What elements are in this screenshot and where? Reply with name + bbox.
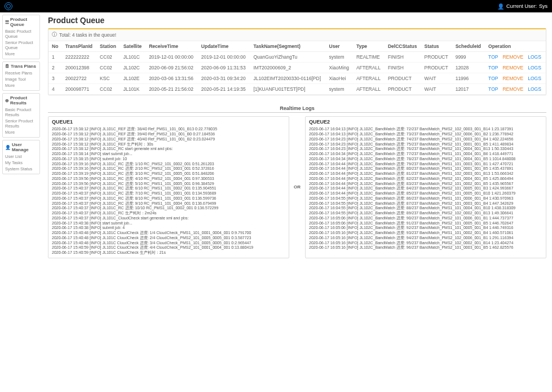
sidebar-item-senior-queue[interactable]: Senior Product Queue — [5, 39, 37, 51]
log-line: 2020-06-17 16:04:23 [INFO] JL102C_BandMa… — [309, 147, 542, 152]
sidebar-item-my-tasks[interactable]: My Tasks — [5, 160, 37, 166]
top-button[interactable]: TOP — [488, 76, 498, 81]
table-header: TaskName(Segment) — [250, 41, 325, 52]
remove-button[interactable]: REMOVE — [502, 86, 523, 92]
table-cell: 12017 — [452, 84, 485, 95]
table-cell: [1]KUANFU01TEST[PD] — [250, 84, 325, 95]
sidebar-title-product-queue[interactable]: ☰Product Queue — [5, 17, 37, 27]
sidebar-item-more[interactable]: More — [5, 129, 37, 135]
remove-button[interactable]: REMOVE — [502, 65, 523, 71]
top-button[interactable]: TOP — [488, 65, 498, 71]
logs-button[interactable]: LOGS — [528, 76, 541, 81]
log-line: 2020-06-17 15:40:37 [INFO] JL101C_RC 进度:… — [52, 206, 285, 211]
log-line: 2020-06-17 15:38:12 [INFO] JL101C_RC sta… — [52, 147, 285, 152]
table-header: Satellite — [120, 41, 145, 52]
table-header: Operation — [485, 41, 546, 52]
sidebar-item-more[interactable]: More — [5, 51, 37, 57]
log-line: 2020-06-17 16:04:55 [INFO] JL102C_BandMa… — [309, 206, 542, 211]
log-line: 2020-06-17 15:40:48 [INFO] JL101C CloudC… — [52, 241, 285, 246]
table-cell: 200098771 — [62, 84, 96, 95]
log-line: 2020-06-17 16:04:23 [INFO] JL102C_BandMa… — [309, 137, 542, 142]
table-header: Station — [96, 41, 120, 52]
log-line: 2020-06-17 15:40:37 [INFO] JL101C_RC 进度:… — [52, 186, 285, 191]
table-cell: 3 — [48, 73, 62, 84]
sidebar: ☰Product Queue Basic Product Queue Senio… — [0, 12, 42, 262]
table-row: 2200012398CC02JL102C2020-06-09 21:56:022… — [48, 63, 546, 73]
table-cell: AFTERALL — [353, 84, 385, 95]
sidebar-item-receive-plans[interactable]: Receive Plans — [5, 70, 37, 76]
logs-button[interactable]: LOGS — [528, 54, 541, 60]
user-icon: 👤 — [5, 145, 11, 150]
table-cell: JL102E — [120, 73, 145, 84]
sidebar-item-user-list[interactable]: User List — [5, 153, 37, 160]
log-line: 2020-06-17 15:40:37 [INFO] JL101C_RC 进度:… — [52, 196, 285, 201]
table-cell: CC02 — [96, 84, 120, 95]
log-line: 2020-06-17 16:04:34 [INFO] JL102C_BandMa… — [309, 157, 542, 162]
table-cell: WAIT — [421, 73, 452, 84]
sidebar-title-user-manage[interactable]: 👤User Manage — [5, 142, 37, 152]
log-line: 2020-06-17 16:04:55 [INFO] JL102C_BandMa… — [309, 196, 542, 201]
log-line: 2020-06-17 15:40:38 [INFO] start submit … — [52, 221, 285, 226]
sidebar-item-image-tool[interactable]: Image Tool — [5, 76, 37, 82]
log-line: 2020-06-17 15:39:16 [INFO] JL101C_RC 进度:… — [52, 162, 285, 167]
sidebar-item-system-status[interactable]: System Status — [5, 166, 37, 172]
log-line: 2020-06-17 15:39:19 [INFO] JL101C_RC 进度:… — [52, 171, 285, 177]
log-line: 2020-06-17 15:40:48 [INFO] JL101C CloudC… — [52, 236, 285, 241]
sidebar-title-trans-plans[interactable]: 🗓Trans Plans — [5, 64, 37, 69]
table-cell: 2019-12-01 00:00:00 — [198, 52, 250, 63]
log-line: 2020-06-17 16:04:23 [INFO] JL102C_BandMa… — [309, 142, 542, 147]
log-line: 2020-06-17 15:39:56 [INFO] JL101C_RC 进度:… — [52, 177, 285, 182]
table-cell: JL101C — [120, 52, 145, 63]
top-button[interactable]: TOP — [488, 54, 498, 60]
queue-table: NoTransPlanIdStationSatelliteReceiveTime… — [48, 41, 546, 95]
logs-separator: OR — [292, 116, 303, 258]
logs-button[interactable]: LOGS — [528, 65, 541, 71]
table-cell: 20022722 — [62, 73, 96, 84]
table-cell: 2 — [48, 63, 62, 73]
log-line: 2020-06-17 16:05:16 [INFO] JL102C_BandMa… — [309, 241, 542, 246]
remove-button[interactable]: REMOVE — [502, 76, 523, 81]
table-cell: 2020-06-09 11:31:53 — [198, 63, 250, 73]
log-line: 2020-06-17 15:38:12 [INFO] JL101C_REF 进度… — [52, 132, 285, 137]
topbar-user[interactable]: 👤 Current User: Sys — [497, 3, 547, 10]
table-cell: 2020-03-06 13:31:56 — [145, 73, 198, 84]
table-cell: 200012398 — [62, 63, 96, 73]
sidebar-group-product-queue: ☰Product Queue Basic Product Queue Senio… — [2, 15, 40, 59]
table-cell: FINISH — [385, 63, 421, 73]
logs-title: Realtime Logs — [48, 105, 546, 113]
log-line: 2020-06-17 16:04:13 [INFO] JL102C_BandMa… — [309, 127, 542, 132]
queue2-log: QUEUE2 2020-06-17 16:04:13 [INFO] JL102C… — [305, 116, 546, 258]
table-cell: 4 — [48, 84, 62, 95]
queue-total-text: Total: 4 tasks in the queue! — [59, 32, 116, 38]
log-line: 2020-06-17 16:04:55 [INFO] JL102C_BandMa… — [309, 201, 542, 206]
table-cell: system — [326, 52, 353, 63]
sidebar-item-basic-results[interactable]: Basic Product Results — [5, 107, 37, 118]
table-cell: system — [326, 84, 353, 95]
calendar-icon: 🗓 — [5, 64, 10, 69]
table-cell: WAIT — [421, 84, 452, 95]
log-line: 2020-06-17 15:39:16 [INFO] JL101C_RC 进度:… — [52, 166, 285, 171]
log-line: 2020-06-17 16:04:44 [INFO] JL102C_BandMa… — [309, 191, 542, 196]
table-cell: PRODUCT — [385, 73, 421, 84]
log-line: 2020-06-17 15:38:14 [INFO] start submit … — [52, 152, 285, 157]
table-cell: 2020-05-21 14:19:35 — [198, 84, 250, 95]
table-header: ReceiveTime — [145, 41, 198, 52]
logs-button[interactable]: LOGS — [528, 86, 541, 92]
sidebar-title-product-results[interactable]: ⊕Product Results — [5, 95, 37, 105]
table-cell: PRODUCT — [385, 84, 421, 95]
content: Product Queue ⓘ Total: 4 tasks in the qu… — [42, 12, 552, 262]
log-line: 2020-06-17 16:04:44 [INFO] JL102C_BandMa… — [309, 182, 542, 187]
table-cell: PRODUCT — [421, 63, 452, 73]
table-cell: XiaoHei — [326, 73, 353, 84]
top-button[interactable]: TOP — [488, 86, 498, 92]
table-cell-ops: TOPREMOVELOGS — [485, 84, 546, 95]
sidebar-group-user-manage: 👤User Manage User List My Tasks System S… — [2, 140, 40, 174]
log-line: 2020-06-17 15:40:48 [INFO] JL101C CloudC… — [52, 231, 285, 236]
remove-button[interactable]: REMOVE — [502, 54, 523, 60]
sidebar-item-senior-results[interactable]: Senior Product Results — [5, 118, 37, 129]
sidebar-item-basic-queue[interactable]: Basic Product Queue — [5, 28, 37, 39]
queue-card: ⓘ Total: 4 tasks in the queue! NoTransPl… — [48, 28, 546, 95]
log-line: 2020-06-17 16:05:06 [INFO] JL102C_BandMa… — [309, 226, 542, 231]
sidebar-item-more[interactable]: More — [5, 82, 37, 89]
queue1-log: QUEUE1 2020-06-17 15:38:12 [INFO] JL101C… — [48, 116, 289, 258]
